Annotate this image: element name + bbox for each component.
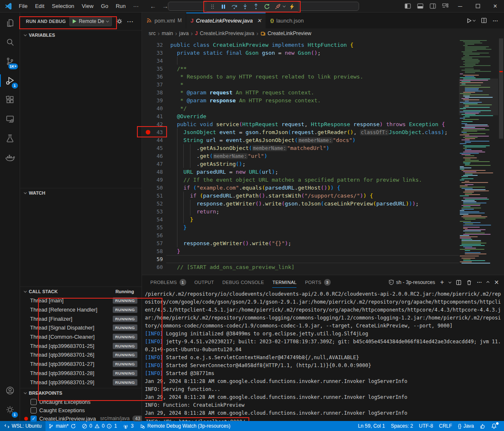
encoding[interactable]: UTF-8 [416, 421, 436, 431]
gutter-48[interactable]: 48 [142, 168, 166, 176]
gutter-41[interactable]: 41 [142, 112, 166, 120]
breakpoint-item[interactable]: Caught Exceptions [20, 406, 142, 414]
watch-section-header[interactable]: WATCH [20, 188, 142, 198]
editor-scrollbar[interactable] [498, 38, 504, 275]
maximize-button[interactable] [469, 0, 486, 13]
kill-terminal-icon[interactable] [466, 280, 472, 285]
editor-more-actions-icon[interactable]: ··· [493, 18, 498, 24]
language-mode[interactable]: {}Java [455, 421, 477, 431]
callstack-thread[interactable]: Thread [main]RUNNING [20, 296, 142, 305]
tab-debug-console[interactable]: DEBUG CONSOLE [219, 275, 268, 289]
activity-extensions-icon[interactable] [0, 90, 20, 109]
breakpoint-checkbox[interactable] [30, 399, 37, 405]
debug-settings-gear-icon[interactable] [116, 18, 123, 25]
breadcrumb-file[interactable]: CreateLinkPreview.java [200, 30, 254, 36]
disconnect-icon[interactable] [273, 2, 283, 11]
step-over-icon[interactable] [229, 2, 239, 11]
gutter-39[interactable]: 39 [142, 96, 166, 104]
gutter-52[interactable]: 52 [142, 200, 166, 208]
pause-icon[interactable] [218, 2, 228, 11]
gutter-45[interactable]: 45 [142, 144, 166, 152]
menu-item-[interactable]: ··· [129, 0, 142, 13]
breadcrumb-src[interactable]: src [149, 30, 156, 36]
launch-config-dropdown[interactable]: Remote De [69, 16, 112, 26]
gutter-55[interactable]: 55 [142, 223, 166, 231]
tab-terminal[interactable]: TERMINAL [269, 275, 300, 289]
gutter-34[interactable]: 34 [142, 57, 166, 65]
gutter-49[interactable]: 49 [142, 176, 166, 184]
customize-layout-icon[interactable] [439, 0, 451, 13]
run-java-button[interactable] [466, 18, 475, 23]
gutter-50[interactable]: 50 [142, 184, 166, 192]
breakpoint-checkbox[interactable]: ✓ [30, 416, 37, 422]
breakpoint-item[interactable]: ✓CreateLinkPreview.javasrc/main/java43 [20, 414, 142, 423]
breadcrumb-main[interactable]: main [162, 30, 173, 36]
callstack-thread[interactable]: Thread [Reference Handler]RUNNING [20, 305, 142, 314]
panel-more-actions-icon[interactable]: ··· [477, 279, 482, 285]
terminal-output[interactable]: /pierrick/.m2/repository/io/cloudevents/… [142, 289, 504, 421]
gutter-57[interactable]: 57 [142, 239, 166, 247]
step-into-icon[interactable] [240, 2, 250, 11]
gutter-35[interactable]: 35 [142, 65, 166, 73]
drag-grip-icon[interactable] [208, 2, 218, 11]
callstack-thread[interactable]: Thread [qtp399683701-25]RUNNING [20, 341, 142, 350]
minimap-viewport[interactable] [459, 79, 498, 115]
indentation[interactable]: Spaces: 2 [388, 421, 416, 431]
gutter-38[interactable]: 38 [142, 89, 166, 96]
menu-item-run[interactable]: Run [112, 0, 129, 13]
menu-item-edit[interactable]: Edit [31, 0, 48, 13]
split-terminal-icon[interactable] [456, 280, 461, 285]
breakpoint-checkbox[interactable] [30, 407, 37, 413]
gutter-44[interactable]: 44 [142, 136, 166, 144]
scrollbar-slider[interactable] [499, 38, 503, 139]
activity-source-control-icon[interactable]: 1K+ [0, 52, 20, 71]
gutter-58[interactable]: 58 [142, 247, 166, 255]
eol-sequence[interactable]: CRLF [436, 421, 455, 431]
gutter-33[interactable]: 33 [142, 49, 166, 57]
variables-section-header[interactable]: VARIABLES [20, 30, 142, 40]
activity-remote-explorer-icon[interactable] [0, 109, 20, 129]
menu-item-view[interactable]: View [78, 0, 97, 13]
gutter-54[interactable]: 54 [142, 216, 166, 223]
accounts-icon[interactable] [0, 381, 20, 400]
callstack-thread[interactable]: Thread [Finalizer]RUNNING [20, 314, 142, 323]
gutter-37[interactable]: 37 [142, 81, 166, 89]
menu-item-file[interactable]: File [15, 0, 31, 13]
menu-item-go[interactable]: Go [97, 0, 112, 13]
split-editor-icon[interactable] [481, 18, 487, 23]
start-debug-icon[interactable] [73, 19, 76, 23]
callstack-thread[interactable]: Thread [Signal Dispatcher]RUNNING [20, 323, 142, 332]
toggle-panel-icon[interactable] [414, 0, 426, 13]
feedback-icon[interactable] [477, 421, 488, 431]
gutter-59[interactable]: 59 [142, 255, 166, 263]
terminal-session[interactable]: sh - 3p-resources [388, 279, 435, 285]
gutter-32[interactable]: 32 [142, 41, 166, 49]
callstack-thread[interactable]: Thread [Common-Cleaner]RUNNING [20, 332, 142, 342]
debug-status[interactable]: Remote Debug Watch (3p-resources) [137, 421, 233, 431]
activity-testing-icon[interactable] [0, 129, 20, 148]
callstack-thread[interactable]: Thread [qtp399683701-26]RUNNING [20, 350, 142, 360]
maximize-panel-icon[interactable] [486, 281, 489, 284]
breakpoint-item[interactable]: Uncaught Exceptions [20, 398, 142, 406]
callstack-thread[interactable]: Thread [qtp399683701-28]RUNNING [20, 369, 142, 378]
toggle-secondary-sidebar-icon[interactable] [426, 0, 439, 13]
gutter-42[interactable]: 42 [142, 120, 166, 128]
tab-close-icon[interactable]: ✕ [257, 18, 261, 24]
gutter-46[interactable]: 46 [142, 152, 166, 160]
code-editor[interactable]: 32public class CreateLinkPreview impleme… [142, 38, 504, 275]
nav-forward-icon[interactable]: → [162, 3, 168, 10]
tab-output[interactable]: OUTPUT [191, 275, 218, 289]
tab-problems[interactable]: PROBLEMS1 [147, 275, 190, 289]
gutter-51[interactable]: 51 [142, 192, 166, 200]
activity-run-and-debug-icon[interactable]: 1 [0, 71, 20, 90]
new-terminal-icon[interactable]: + [440, 279, 444, 286]
tab-ports[interactable]: PORTS3 [301, 275, 334, 289]
gutter-56[interactable]: 56 [142, 231, 166, 239]
breakpoints-section-header[interactable]: BREAKPOINTS [20, 388, 142, 398]
debug-session-chevron-icon[interactable] [282, 2, 286, 11]
gutter-43[interactable]: 43 [142, 128, 166, 136]
callstack-thread[interactable]: Thread [qtp399683701-27]RUNNING [20, 360, 142, 369]
step-out-icon[interactable] [251, 2, 261, 11]
close-window-button[interactable]: × [486, 0, 504, 13]
breakpoint-dot[interactable] [146, 130, 150, 134]
